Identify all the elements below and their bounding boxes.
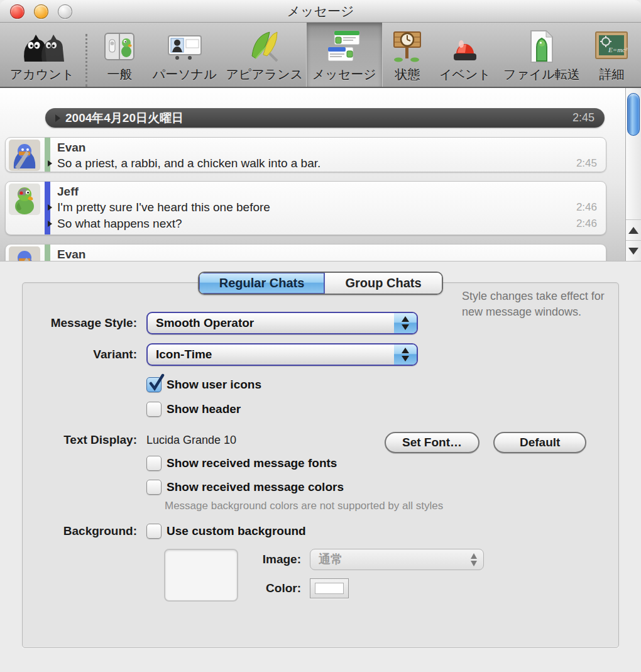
- background-color-well[interactable]: [310, 578, 349, 598]
- message-text: I'm pretty sure I've heard this one befo…: [57, 199, 567, 216]
- date-group-header[interactable]: 2004年4月20日火曜日 2:45: [45, 108, 605, 128]
- popup-stepper-icon: [464, 549, 483, 570]
- message-text: So a priest, a rabbi, and a chicken walk…: [57, 155, 567, 172]
- tab-group-chats[interactable]: Group Chats: [325, 273, 442, 294]
- preferences-toolbar: アカウント 一般: [0, 23, 641, 88]
- avatar-jeff: [9, 184, 40, 215]
- avatar-evan: [9, 246, 40, 262]
- text-display-label: Text Display:: [0, 433, 146, 447]
- set-font-button[interactable]: Set Font…: [385, 432, 479, 453]
- message-marker-icon: [48, 221, 52, 227]
- message-style-label: Message Style:: [0, 316, 146, 330]
- accounts-ducks-icon: [19, 28, 65, 65]
- background-label: Background:: [0, 524, 146, 538]
- current-font-value: Lucida Grande 10: [146, 434, 236, 447]
- sender-name: Evan: [57, 247, 606, 262]
- message-time: 2:46: [567, 199, 606, 216]
- toolbar-label-advanced: 詳細: [599, 66, 624, 83]
- image-label: Image:: [246, 553, 301, 566]
- show-user-icons-label: Show user icons: [167, 378, 261, 392]
- vertical-scrollbar[interactable]: [625, 88, 641, 261]
- preferences-window: メッセージ アカウント: [0, 0, 641, 672]
- message-time: 2:45: [567, 155, 606, 172]
- background-image-popup[interactable]: 通常: [310, 549, 484, 570]
- show-user-icons-checkbox[interactable]: [146, 377, 162, 392]
- show-header-checkbox[interactable]: [146, 402, 162, 417]
- advanced-chalkboard-icon: E=mc²: [594, 28, 628, 65]
- toolbar-item-personal[interactable]: パーソナル: [147, 23, 222, 87]
- default-button[interactable]: Default: [493, 432, 586, 453]
- toolbar-item-status[interactable]: 状態: [382, 23, 433, 87]
- toolbar-item-events[interactable]: イベント: [433, 23, 497, 87]
- toolbar-label-appearance: アピアランス: [226, 66, 303, 83]
- toolbar-item-appearance[interactable]: アピアランス: [222, 23, 307, 87]
- popup-stepper-icon: [394, 344, 417, 365]
- variant-label: Variant:: [0, 348, 146, 361]
- background-image-well[interactable]: [164, 549, 238, 602]
- appearance-feathers-icon: [247, 28, 282, 65]
- variant-popup[interactable]: Icon-Time: [146, 343, 418, 366]
- minimize-button[interactable]: [34, 4, 48, 19]
- message-style-popup[interactable]: Smooth Operator: [146, 312, 418, 334]
- toolbar-separator: [85, 34, 87, 87]
- color-swatch: [315, 583, 344, 594]
- scroll-down-button[interactable]: [626, 240, 641, 261]
- sender-name: Jeff: [57, 184, 606, 199]
- arrow-down-icon: [628, 248, 638, 255]
- checkmark-icon: [148, 373, 165, 392]
- status-sign-icon: [391, 28, 424, 65]
- toolbar-label-file-transfer: ファイル転送: [503, 66, 580, 83]
- chat-type-tabs: Regular Chats Group Chats: [198, 272, 443, 295]
- message-style-value: Smooth Operator: [148, 316, 254, 330]
- toolbar-label-events: イベント: [439, 66, 491, 83]
- tab-regular-chats[interactable]: Regular Chats: [199, 273, 325, 294]
- window-title: メッセージ: [287, 3, 354, 20]
- close-button[interactable]: [10, 4, 25, 19]
- show-received-fonts-checkbox[interactable]: [146, 456, 162, 471]
- show-received-fonts-label: Show received message fonts: [167, 456, 337, 470]
- show-received-colors-label: Show received message colors: [167, 480, 344, 494]
- message-marker-icon: [48, 204, 52, 211]
- disclosure-triangle-icon: [55, 114, 60, 122]
- message-text: So what happens next?: [57, 216, 567, 232]
- messages-chat-icon: [327, 28, 362, 65]
- toolbar-label-personal: パーソナル: [153, 66, 217, 83]
- toolbar-item-accounts[interactable]: アカウント: [4, 23, 80, 87]
- use-custom-background-label: Use custom background: [167, 524, 306, 538]
- message-time: 2:46: [567, 216, 606, 232]
- settings-panel: Regular Chats Group Chats Style changes …: [0, 262, 641, 672]
- message-row: Evan So a priest, a rabbi, and a chicken…: [5, 137, 606, 172]
- show-header-label: Show header: [167, 402, 241, 416]
- color-label: Color:: [246, 581, 301, 595]
- toolbar-item-messages[interactable]: メッセージ: [307, 23, 382, 87]
- toolbar-label-status: 状態: [395, 66, 420, 83]
- toolbar-item-general[interactable]: 一般: [92, 23, 147, 87]
- scrollbar-thumb[interactable]: [627, 93, 640, 136]
- message-marker-icon: [48, 160, 52, 167]
- date-header-text: 2004年4月20日火曜日: [65, 110, 573, 126]
- show-received-colors-checkbox[interactable]: [146, 480, 162, 495]
- toolbar-label-general: 一般: [107, 66, 132, 83]
- date-header-time: 2:45: [573, 111, 594, 124]
- arrow-up-icon: [628, 227, 638, 234]
- general-prefs-icon: [104, 28, 135, 65]
- scroll-up-button[interactable]: [626, 219, 641, 240]
- toolbar-item-advanced[interactable]: E=mc² 詳細: [586, 23, 637, 87]
- toolbar-label-messages: メッセージ: [312, 66, 376, 83]
- variant-value: Icon-Time: [148, 348, 212, 361]
- use-custom-background-checkbox[interactable]: [146, 524, 162, 539]
- background-image-value: 通常: [310, 551, 342, 568]
- toolbar-item-file-transfer[interactable]: ファイル転送: [497, 23, 586, 87]
- title-bar: メッセージ: [0, 0, 641, 23]
- zoom-button[interactable]: [58, 4, 72, 19]
- file-transfer-duck-icon: [526, 28, 557, 65]
- svg-text:E=mc²: E=mc²: [608, 46, 628, 53]
- toolbar-label-accounts: アカウント: [10, 66, 74, 83]
- popup-stepper-icon: [394, 313, 417, 333]
- events-siren-icon: [449, 28, 481, 65]
- background-colors-note: Message background colors are not suppor…: [165, 500, 443, 512]
- sender-name: Evan: [57, 140, 606, 155]
- personal-card-icon: [167, 28, 202, 65]
- sender-color-stripe: [45, 245, 50, 262]
- message-row: Evan: [5, 244, 606, 262]
